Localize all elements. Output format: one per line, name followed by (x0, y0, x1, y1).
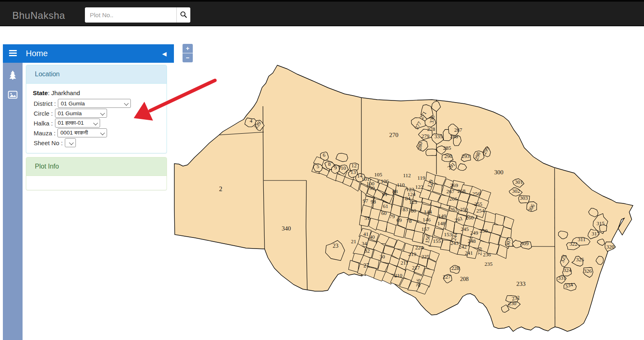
svg-text:41: 41 (363, 231, 369, 237)
svg-text:315: 315 (596, 220, 605, 226)
svg-text:105: 105 (374, 171, 382, 178)
svg-text:303: 303 (520, 195, 528, 201)
plot-info-panel: Plot Info (26, 157, 167, 190)
svg-text:225: 225 (421, 253, 429, 260)
svg-text:228: 228 (451, 265, 459, 271)
mauza-label: Mauza : (34, 130, 55, 137)
district-row: District : 01 Gumla (33, 99, 161, 108)
top-navbar: BhuNaksha (0, 0, 644, 26)
plot-info-title: Plot Info (26, 157, 167, 176)
svg-text:30: 30 (380, 253, 385, 260)
svg-text:97: 97 (363, 198, 369, 204)
svg-text:4: 4 (250, 118, 253, 124)
svg-text:335: 335 (434, 133, 443, 139)
svg-text:235: 235 (484, 261, 493, 267)
svg-text:227: 227 (443, 274, 451, 280)
svg-text:325: 325 (576, 256, 584, 262)
svg-text:311: 311 (578, 236, 585, 242)
plot-info-body (26, 176, 167, 190)
halka-label: Halka : (34, 120, 53, 127)
zoom-out-button[interactable]: − (183, 53, 193, 62)
svg-text:83: 83 (403, 206, 408, 212)
chevron-down-icon (69, 140, 73, 145)
svg-text:236: 236 (483, 251, 491, 258)
svg-text:21: 21 (351, 238, 356, 244)
plot-search-group (85, 7, 190, 23)
svg-text:248: 248 (468, 238, 476, 244)
svg-text:322: 322 (569, 241, 578, 247)
svg-text:40: 40 (370, 234, 375, 240)
svg-text:324: 324 (563, 267, 571, 273)
svg-text:34: 34 (362, 240, 368, 246)
svg-text:208: 208 (460, 276, 469, 282)
location-panel-title: Location (26, 65, 167, 84)
svg-text:146: 146 (422, 217, 431, 223)
chevron-down-icon (124, 101, 129, 105)
search-button[interactable] (176, 7, 190, 23)
svg-text:249: 249 (470, 230, 478, 236)
sheet-select[interactable] (65, 138, 76, 147)
sheet-label: Sheet No : (34, 139, 63, 146)
svg-text:210: 210 (394, 272, 402, 278)
svg-text:287: 287 (454, 127, 462, 133)
svg-text:217: 217 (412, 265, 420, 271)
state-value: Jharkhand (51, 89, 80, 96)
svg-text:106: 106 (381, 178, 389, 184)
svg-text:60: 60 (381, 210, 387, 216)
svg-text:216: 216 (415, 278, 422, 287)
plot-search-input[interactable] (85, 7, 176, 23)
svg-text:285: 285 (443, 145, 451, 151)
svg-text:153: 153 (444, 231, 452, 237)
svg-text:10: 10 (341, 165, 346, 171)
app-brand: BhuNaksha (12, 10, 65, 21)
circle-label: Circle : (34, 110, 53, 117)
svg-text:245: 245 (461, 226, 469, 232)
svg-text:69: 69 (397, 217, 402, 223)
svg-text:122: 122 (415, 184, 423, 190)
svg-text:241: 241 (465, 250, 473, 256)
svg-text:320: 320 (606, 244, 614, 250)
svg-text:219: 219 (408, 251, 416, 257)
svg-text:2: 2 (219, 185, 222, 192)
svg-text:12: 12 (352, 162, 357, 169)
svg-text:309: 309 (521, 240, 529, 246)
svg-text:242: 242 (459, 244, 467, 250)
zoom-in-button[interactable]: + (183, 44, 193, 53)
svg-text:32: 32 (365, 248, 370, 254)
district-select[interactable]: 01 Gumla (58, 99, 131, 108)
circle-select[interactable]: 01 Gumla (55, 109, 107, 118)
svg-text:211: 211 (400, 260, 408, 266)
tree-icon[interactable] (8, 70, 18, 80)
svg-text:78: 78 (406, 218, 412, 224)
halka-select[interactable]: 01 हल्का-01 (55, 119, 100, 128)
svg-text:51: 51 (365, 215, 370, 221)
hamburger-menu-icon[interactable] (9, 50, 17, 57)
svg-text:88: 88 (393, 188, 398, 194)
collapse-panel-icon[interactable]: ◀ (162, 50, 167, 57)
svg-text:340: 340 (282, 225, 291, 232)
halka-row: Halka : 01 हल्का-01 (33, 119, 161, 128)
svg-text:13: 13 (351, 169, 356, 175)
svg-text:278: 278 (427, 126, 435, 132)
svg-text:263: 263 (450, 206, 458, 212)
image-icon[interactable] (8, 90, 18, 100)
svg-text:23: 23 (333, 243, 338, 249)
svg-text:268: 268 (457, 188, 466, 194)
svg-text:301: 301 (515, 179, 523, 185)
svg-text:112: 112 (403, 172, 411, 178)
svg-text:269: 269 (450, 182, 458, 188)
svg-text:331: 331 (558, 275, 566, 281)
svg-text:8: 8 (328, 161, 331, 167)
mauza-select[interactable]: 0001 बरकनी (57, 128, 107, 137)
svg-text:302: 302 (512, 188, 520, 194)
svg-text:5: 5 (317, 163, 320, 169)
svg-text:256: 256 (472, 191, 480, 197)
svg-text:230: 230 (508, 300, 516, 306)
svg-text:266: 266 (449, 196, 457, 202)
home-title: Home (26, 49, 48, 58)
svg-text:98: 98 (371, 199, 376, 205)
svg-text:6: 6 (323, 152, 326, 158)
svg-text:243: 243 (450, 240, 459, 246)
svg-text:79: 79 (390, 213, 395, 219)
svg-text:239: 239 (476, 247, 483, 256)
